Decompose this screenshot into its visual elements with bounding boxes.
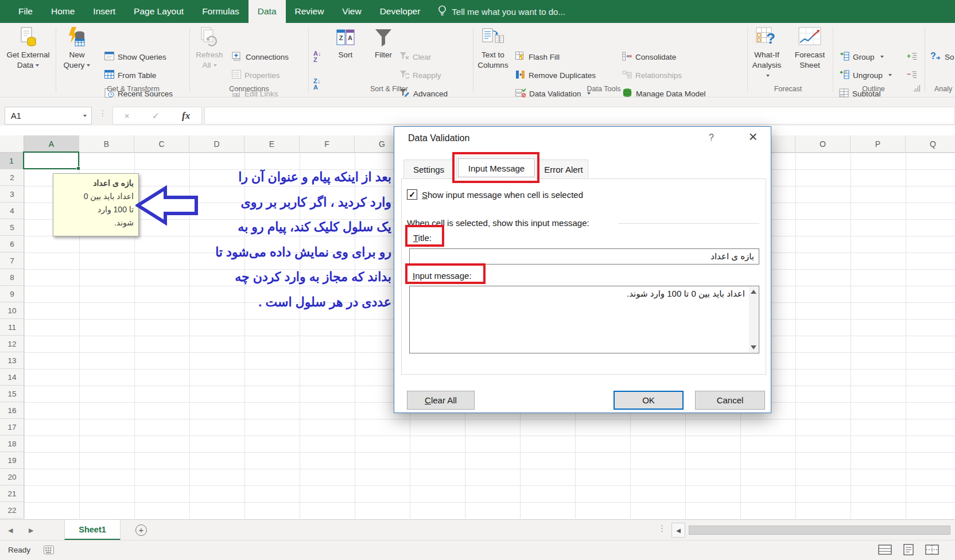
row-header-18[interactable]: 18 [0,435,24,452]
ok-button[interactable]: OK [614,391,684,410]
input-message-textarea[interactable]: اعداد باید بین 0 تا 100 وارد شوند. [409,286,759,353]
formula-buttons: × ✓ fx [112,107,202,125]
add-sheet-icon[interactable]: + [135,524,147,536]
row-header-5[interactable]: 5 [0,219,24,236]
column-header-E[interactable]: E [244,135,300,153]
row-header-10[interactable]: 10 [0,302,24,319]
insert-function-icon[interactable]: fx [182,110,190,122]
sort-button[interactable]: ZA Sort [331,25,360,60]
tab-input-message[interactable]: Input Message [456,157,537,179]
menu-tab-home[interactable]: Home [42,0,84,23]
row-header-1[interactable]: 1 [0,153,24,169]
tab-splitter-icon[interactable]: ⋮ [658,523,666,534]
connections-button[interactable]: Connections [232,50,289,63]
outline-dialog-launcher[interactable] [914,85,920,91]
tab-settings[interactable]: Settings [403,160,454,178]
title-input[interactable]: بازه ی اعداد [409,248,759,265]
row-header-17[interactable]: 17 [0,419,24,435]
scroll-down-icon[interactable] [751,345,756,349]
row-header-2[interactable]: 2 [0,169,24,186]
sheet-nav-right-icon[interactable]: ▶ [29,520,33,540]
formula-input[interactable] [204,107,955,125]
menu-tab-data[interactable]: Data [249,0,286,23]
group-button[interactable]: Group [839,50,884,63]
show-queries-button[interactable]: Show Queries [104,50,166,63]
menu-tab-file[interactable]: File [9,0,42,23]
row-header-14[interactable]: 14 [0,369,24,386]
chevron-down-icon[interactable] [83,115,87,117]
new-query-button[interactable]: New Query [57,25,97,71]
page-break-view-icon[interactable] [925,544,939,558]
enter-icon[interactable]: ✓ [152,111,160,121]
name-box[interactable]: A1 [5,107,92,125]
column-header-P[interactable]: P [851,135,906,153]
textarea-scrollbar[interactable] [749,287,758,352]
menu-tab-review[interactable]: Review [286,0,333,23]
forecast-sheet-button[interactable]: Forecast Sheet [791,25,829,71]
menu-tab-view[interactable]: View [333,0,370,23]
select-all-corner[interactable] [0,135,24,153]
row-header-16[interactable]: 16 [0,402,24,419]
cancel-icon[interactable]: × [125,111,130,120]
get-external-data-button[interactable]: Get External Data [1,25,55,71]
menu-tab-page-layout[interactable]: Page Layout [125,0,193,23]
sheet-tab-sheet1[interactable]: Sheet1 [64,520,121,540]
consolidate-button[interactable]: Consolidate [622,50,676,63]
close-icon[interactable]: × [743,128,763,146]
row-header-6[interactable]: 6 [0,236,24,252]
row-header-20[interactable]: 20 [0,469,24,485]
remove-duplicates-button[interactable]: Remove Duplicates [515,69,596,81]
cancel-button[interactable]: Cancel [695,391,765,410]
column-header-C[interactable]: C [134,135,189,153]
macro-record-icon[interactable] [44,546,54,557]
sort-descending-button[interactable]: Z↓A [313,78,320,91]
row-header-12[interactable]: 12 [0,336,24,352]
column-header-D[interactable]: D [189,135,244,153]
row-header-13[interactable]: 13 [0,352,24,369]
row-header-7[interactable]: 7 [0,252,24,269]
page-layout-view-icon[interactable] [902,544,915,558]
sort-ascending-button[interactable]: A↓Z [313,50,321,63]
text-to-columns-button[interactable]: Text to Columns [476,25,510,71]
row-header-22[interactable]: 22 [0,502,24,519]
row-header-4[interactable]: 4 [0,203,24,219]
tab-error-alert[interactable]: Error Alert [539,160,588,178]
what-if-analysis-button[interactable]: ? What-If Analysis [750,25,784,81]
hide-detail-button[interactable]: − [907,69,917,81]
row-header-19[interactable]: 19 [0,452,24,469]
scroll-up-icon[interactable] [751,290,756,294]
normal-view-icon[interactable] [878,544,892,558]
show-input-message-checkbox[interactable]: ✓ [407,189,417,200]
flash-fill-button[interactable]: Flash Fill [515,50,560,63]
menu-tab-insert[interactable]: Insert [84,0,125,23]
active-cell-a1[interactable] [23,151,79,169]
menu-tab-formulas[interactable]: Formulas [193,0,249,23]
filter-button[interactable]: Filter [367,25,399,60]
column-header-A[interactable]: A [24,135,79,153]
row-header-3[interactable]: 3 [0,186,24,203]
clear-all-button[interactable]: Clear All [407,391,475,410]
solver-button[interactable]: ? So [930,50,955,63]
row-header-9[interactable]: 9 [0,286,24,302]
show-detail-button[interactable]: + [907,50,917,63]
help-icon[interactable]: ? [709,133,714,143]
formula-bar-splitter[interactable]: ⋮ [99,108,107,118]
row-header-21[interactable]: 21 [0,485,24,502]
hscroll-thumb[interactable] [689,526,950,535]
from-table-button[interactable]: From Table [104,69,156,81]
row-header-8[interactable]: 8 [0,269,24,286]
column-header-O[interactable]: O [795,135,851,153]
menu-tab-developer[interactable]: Developer [371,0,430,23]
column-header-B[interactable]: B [79,135,134,153]
show-queries-label: Show Queries [118,53,166,61]
ungroup-button[interactable]: Ungroup [839,69,892,81]
hscroll-left-icon[interactable]: ◀ [671,523,685,538]
row-header-11[interactable]: 11 [0,319,24,336]
input-message-tooltip: بازه ی اعداد اعداد باید بین 0تا 100 وارد… [53,173,139,236]
column-header-Q[interactable]: Q [906,135,955,153]
column-header-F[interactable]: F [300,135,355,153]
sheet-nav-left-icon[interactable]: ◀ [8,520,13,540]
fill-handle[interactable] [76,166,80,170]
tell-me[interactable]: Tell me what you want to do... [437,0,565,23]
row-header-15[interactable]: 15 [0,386,24,402]
